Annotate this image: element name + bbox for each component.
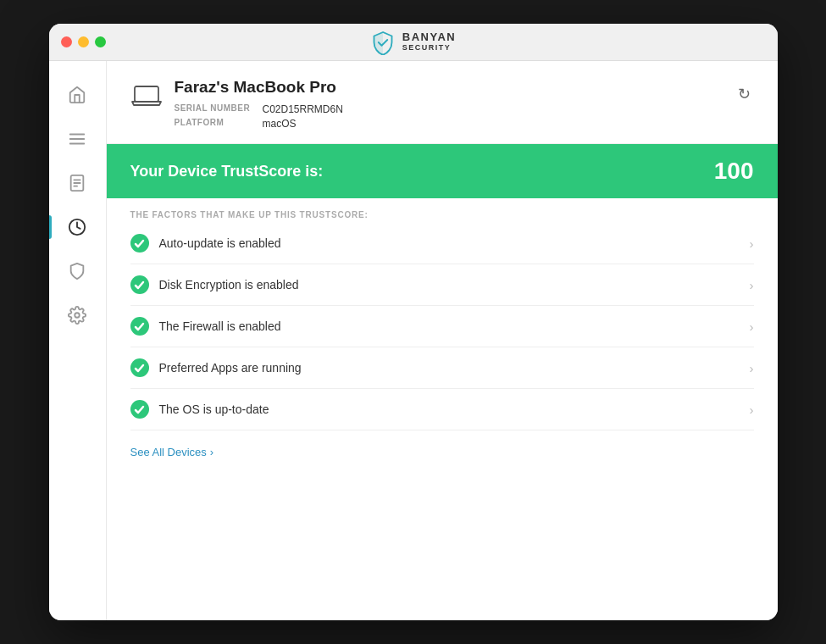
main-content: Faraz's MacBook Pro SERIAL NUMBER C02D15…	[107, 61, 778, 620]
factor-left: Preferred Apps are running	[130, 358, 302, 377]
check-icon-firewall	[130, 317, 149, 336]
serial-value: C02D15RRMD6N	[263, 103, 343, 115]
svg-point-8	[75, 313, 80, 318]
see-all-devices-link[interactable]: See All Devices ›	[130, 446, 214, 458]
platform-label: PLATFORM	[175, 118, 251, 130]
chevron-icon-disk-encryption: ›	[750, 278, 754, 292]
factor-text-disk-encryption: Disk Encryption is enabled	[159, 278, 299, 291]
trust-label: Your Device TrustScore is:	[130, 163, 324, 180]
factor-left: Auto-update is enabled	[130, 234, 281, 253]
minimize-button[interactable]	[78, 36, 89, 47]
sidebar	[49, 61, 107, 620]
refresh-button[interactable]: ↻	[735, 81, 754, 107]
app-window: BANYAN SECURITY	[49, 24, 778, 620]
device-details: Faraz's MacBook Pro SERIAL NUMBER C02D15…	[175, 78, 343, 130]
sidebar-item-home[interactable]	[58, 76, 96, 114]
traffic-lights	[61, 36, 106, 47]
factor-auto-update[interactable]: Auto-update is enabled ›	[130, 223, 754, 264]
factor-os-update[interactable]: The OS is up-to-date ›	[130, 389, 754, 430]
chevron-icon-auto-update: ›	[750, 236, 754, 251]
brand-logo-area: BANYAN SECURITY	[370, 30, 456, 55]
device-meta: SERIAL NUMBER C02D15RRMD6N PLATFORM macO…	[175, 103, 343, 130]
factor-disk-encryption[interactable]: Disk Encryption is enabled ›	[130, 264, 754, 306]
app-body: Faraz's MacBook Pro SERIAL NUMBER C02D15…	[49, 61, 778, 620]
factor-text-os-update: The OS is up-to-date	[159, 402, 269, 416]
close-button[interactable]	[61, 36, 72, 47]
chevron-icon-preferred-apps: ›	[750, 361, 754, 375]
factors-title: THE FACTORS THAT MAKE UP THIS TRUSTSCORE…	[130, 210, 754, 219]
factor-preferred-apps[interactable]: Preferred Apps are running ›	[130, 347, 754, 389]
platform-value: macOS	[263, 118, 297, 130]
device-name: Faraz's MacBook Pro	[175, 78, 343, 97]
sidebar-item-menu[interactable]	[58, 120, 96, 158]
factors-section: THE FACTORS THAT MAKE UP THIS TRUSTSCORE…	[107, 198, 778, 430]
brand-icon	[370, 30, 396, 55]
factor-text-preferred-apps: Preferred Apps are running	[159, 361, 302, 375]
svg-rect-9	[135, 86, 158, 102]
factor-left: The Firewall is enabled	[130, 317, 281, 336]
sidebar-item-shield[interactable]	[58, 253, 96, 290]
serial-row: SERIAL NUMBER C02D15RRMD6N	[175, 103, 343, 115]
see-all-label: See All Devices	[130, 446, 207, 458]
brand-name: BANYAN	[402, 31, 456, 43]
check-icon-auto-update	[130, 234, 149, 253]
check-icon-os-update	[130, 400, 149, 419]
trust-score: 100	[714, 158, 754, 185]
check-icon-disk-encryption	[130, 275, 149, 294]
see-all-chevron: ›	[210, 446, 213, 458]
factor-firewall[interactable]: The Firewall is enabled ›	[130, 306, 754, 347]
factor-text-firewall: The Firewall is enabled	[159, 319, 281, 333]
factor-left: Disk Encryption is enabled	[130, 275, 299, 294]
sidebar-item-dashboard[interactable]	[58, 208, 96, 246]
check-icon-preferred-apps	[130, 358, 149, 377]
platform-row: PLATFORM macOS	[175, 118, 343, 130]
laptop-icon	[130, 80, 163, 112]
factor-left: The OS is up-to-date	[130, 400, 269, 419]
device-header: Faraz's MacBook Pro SERIAL NUMBER C02D15…	[107, 61, 778, 144]
chevron-icon-firewall: ›	[750, 319, 754, 334]
device-info: Faraz's MacBook Pro SERIAL NUMBER C02D15…	[130, 78, 343, 130]
serial-label: SERIAL NUMBER	[175, 103, 251, 115]
maximize-button[interactable]	[95, 36, 106, 47]
trust-banner: Your Device TrustScore is: 100	[107, 144, 778, 198]
brand-subtitle: SECURITY	[402, 44, 456, 53]
sidebar-item-document[interactable]	[58, 164, 96, 202]
factor-text-auto-update: Auto-update is enabled	[159, 236, 281, 250]
titlebar: BANYAN SECURITY	[49, 24, 778, 61]
brand-text: BANYAN SECURITY	[402, 31, 456, 52]
sidebar-item-settings[interactable]	[58, 297, 96, 334]
chevron-icon-os-update: ›	[750, 402, 754, 417]
